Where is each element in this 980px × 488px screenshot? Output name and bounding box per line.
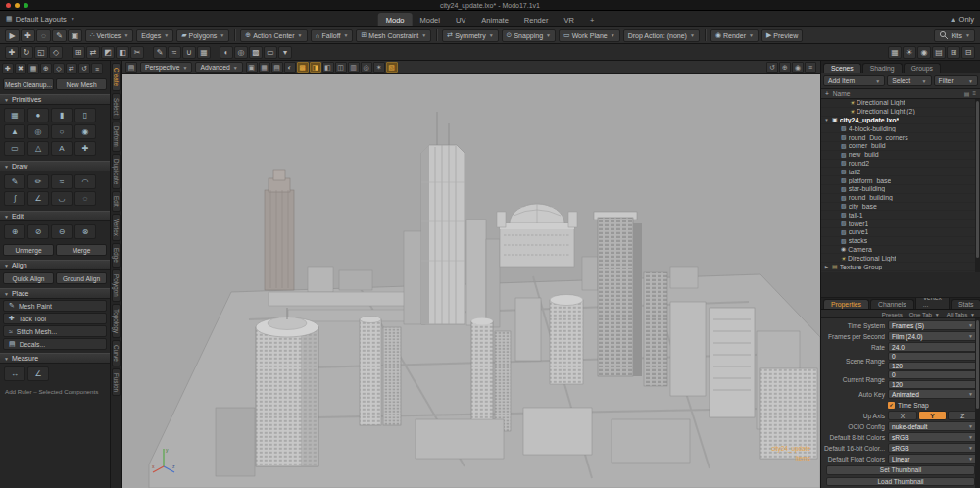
zoom-extents-icon[interactable]: ⊕ [779, 62, 791, 73]
pen-draw-icon[interactable]: ✎ [4, 174, 25, 189]
axis-gizmo[interactable]: y x z [151, 445, 176, 476]
split-icon[interactable]: ⊘ [27, 224, 49, 239]
merge-items-icon[interactable]: ⊕ [40, 63, 52, 74]
list-style-icon[interactable]: ▤ [964, 90, 970, 97]
presets-label[interactable]: Presets [882, 311, 903, 317]
default-layouts-menu[interactable]: ▦ Default Layouts ▼ [6, 15, 75, 24]
palette-tab[interactable]: Edit [112, 191, 121, 212]
viewport-3d-scene[interactable]: y x z city24_update Items [122, 74, 820, 488]
transform-tool-icon[interactable]: ◇ [49, 46, 63, 59]
item-row[interactable]: ▧ stacks [821, 237, 980, 246]
angle-icon[interactable]: ∠ [27, 366, 49, 381]
expander-icon[interactable]: ▼ [823, 118, 830, 122]
overlay-icon[interactable]: ▧ [386, 62, 398, 73]
palette-tab[interactable]: Duplicate [112, 154, 121, 189]
add-group-icon[interactable]: ▤ [932, 46, 946, 59]
properties-scrollbar[interactable] [975, 318, 980, 488]
pyramid-primitive-icon[interactable]: △ [27, 141, 49, 156]
layout-tab[interactable]: VR [556, 13, 581, 26]
lighting-toggle-icon[interactable]: ◨ [310, 62, 321, 73]
add-column-button[interactable]: + [825, 90, 829, 97]
quick-align-button[interactable]: Quick Align [3, 272, 54, 284]
mesh-cleanup-button[interactable]: Mesh Cleanup... [3, 78, 54, 90]
work-plane-button[interactable]: ▭Work Plane▼ [559, 29, 620, 42]
move-tool-icon[interactable]: ✚ [5, 46, 19, 59]
extrude-icon[interactable]: ◧ [116, 46, 129, 59]
expand-all-icon[interactable]: ⊞ [947, 46, 960, 59]
freeze-icon[interactable]: ◇ [53, 63, 65, 74]
one-tab-button[interactable]: One Tab ▼ [909, 311, 940, 317]
matcap-icon[interactable]: ◐ [284, 62, 296, 73]
falloff-radial-icon[interactable]: ◎ [234, 46, 248, 59]
reset-view-icon[interactable]: ↺ [766, 62, 778, 73]
item-row[interactable]: ▧ tall-1 [821, 211, 980, 220]
item-row[interactable]: ▧ round_building [821, 194, 980, 203]
mirror-icon[interactable]: ⇄ [86, 46, 100, 59]
lasso-icon[interactable]: ◌ [36, 29, 51, 42]
palette-tab[interactable]: Deform [112, 122, 121, 152]
scroll-thumb[interactable] [976, 101, 979, 258]
edges-mode-button[interactable]: Edges▼ [136, 29, 173, 42]
wireframe-icon[interactable]: ▦ [259, 62, 270, 73]
action-center-button[interactable]: ⊕Action Center▼ [240, 29, 307, 42]
time-system-select[interactable]: Frames (S)▼ [888, 320, 977, 330]
detach-icon[interactable]: ⊗ [74, 224, 96, 239]
scene-tab[interactable]: Shading [862, 63, 903, 73]
symmetry-button[interactable]: ⇄Symmetry▼ [442, 29, 498, 42]
layout-tab[interactable]: Modo [378, 13, 413, 26]
palette-tab[interactable]: Select [112, 93, 121, 121]
arc-icon[interactable]: ◠ [74, 174, 96, 189]
expander-icon[interactable]: ▶ [823, 265, 830, 269]
reflections-icon[interactable]: ◧ [322, 62, 334, 73]
unmerge-button[interactable]: Unmerge [3, 244, 54, 256]
ocio-select[interactable]: nuke-default▼ [888, 421, 977, 431]
item-row[interactable]: ▧ 4-block-building [821, 124, 980, 133]
up-axis-y-button[interactable]: Y [918, 411, 948, 420]
palette-tab[interactable]: Vertex [112, 214, 121, 241]
bspline-icon[interactable]: ◡ [51, 191, 73, 206]
preview-button[interactable]: ▶Preview [761, 29, 803, 42]
layout-tab[interactable]: + [582, 13, 602, 26]
new-mesh-button[interactable]: New Mesh [56, 78, 107, 90]
section-primitives[interactable]: ▼Primitives [0, 94, 110, 105]
sort-icon[interactable]: ≡ [972, 90, 976, 97]
time-snap-checkbox[interactable]: ✓ [888, 402, 895, 409]
undo-icon[interactable]: ↺ [78, 63, 90, 74]
mesh-paint-tool[interactable]: ✎ Mesh Paint [3, 300, 107, 312]
merge-button[interactable]: Merge [56, 244, 107, 256]
scale-tool-icon[interactable]: ◱ [34, 46, 48, 59]
item-row[interactable]: ▧ tower1 [821, 220, 980, 228]
item-row[interactable]: ▶ ▤ Texture Group [821, 263, 980, 271]
delete-item-icon[interactable]: ✖ [15, 63, 26, 74]
rate-field[interactable]: 24.0 [888, 342, 977, 352]
pen-icon[interactable]: ✎ [153, 46, 167, 59]
drop-action-button[interactable]: Drop Action: (none)▼ [623, 29, 700, 42]
default-float-select[interactable]: Linear▼ [888, 454, 977, 464]
item-row[interactable]: ▧ platform_base [821, 176, 980, 185]
snapping-button[interactable]: ⊙Snapping▼ [502, 29, 556, 42]
item-mode-icon[interactable]: ▣ [68, 29, 82, 42]
layout-tab[interactable]: Animate [473, 13, 516, 26]
item-row[interactable]: ▧ city_base [821, 203, 980, 212]
scene-range-start-field[interactable]: 0 [888, 352, 977, 361]
transform-icon[interactable]: ✚ [21, 29, 35, 42]
current-range-end-field[interactable]: 120 [888, 380, 977, 389]
grid-toggle-icon[interactable]: ▥ [348, 62, 360, 73]
cube-primitive-icon[interactable]: ▦ [4, 108, 25, 122]
add-item-button[interactable]: Add Item▼ [823, 75, 885, 86]
bezier-icon[interactable]: ∫ [4, 191, 25, 206]
set-thumbnail-button[interactable]: Set Thumbnail [826, 465, 975, 474]
tack-tool[interactable]: ✚ Tack Tool [3, 313, 107, 324]
rotate-tool-icon[interactable]: ↻ [20, 46, 33, 59]
ground-align-button[interactable]: Ground Align [56, 272, 107, 284]
section-place[interactable]: ▼Place [0, 288, 110, 299]
select-menu-button[interactable]: Select▼ [887, 75, 931, 86]
palette-tab[interactable]: Curve [112, 340, 121, 366]
effects-icon[interactable]: ✶ [373, 62, 385, 73]
camera-view-select[interactable]: Perspective▼ [140, 62, 192, 73]
plane-primitive-icon[interactable]: ▭ [4, 141, 25, 156]
split-view-icon[interactable]: ◫ [335, 62, 347, 73]
falloff-button[interactable]: ∩Falloff▼ [311, 29, 354, 42]
more-primitives-icon[interactable]: ✚ [74, 141, 96, 156]
layout-tab[interactable]: UV [448, 13, 473, 26]
